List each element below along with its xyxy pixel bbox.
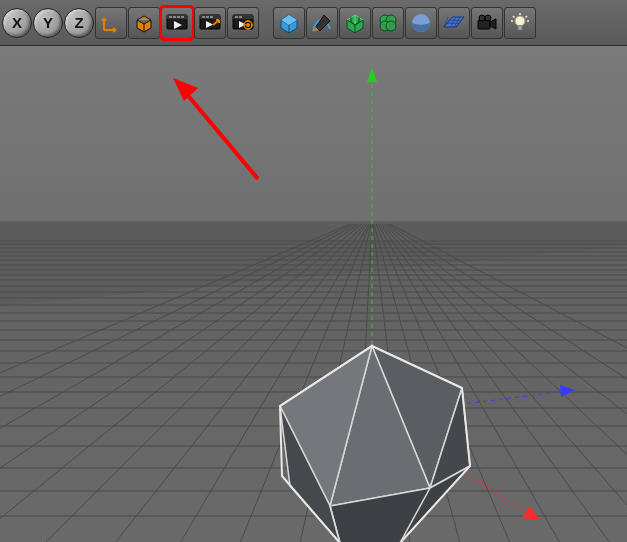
axis-x-button[interactable]: X (2, 8, 32, 38)
svg-rect-5 (181, 16, 184, 18)
light-icon (508, 11, 532, 35)
environment-button[interactable] (405, 7, 437, 39)
render-region-button[interactable] (194, 7, 226, 39)
deformer-icon (376, 11, 400, 35)
make-editable-button[interactable] (128, 7, 160, 39)
cube-icon (133, 12, 155, 34)
spline-button[interactable] (306, 7, 338, 39)
generator-icon (343, 11, 367, 35)
environment-sky-icon (409, 11, 433, 35)
svg-rect-13 (235, 16, 238, 18)
svg-point-23 (479, 15, 485, 21)
floor-button[interactable] (438, 7, 470, 39)
render-view-icon (165, 11, 189, 35)
camera-icon (475, 11, 499, 35)
svg-point-20 (386, 21, 396, 31)
svg-point-25 (515, 16, 525, 26)
render-picture-viewer-button[interactable] (227, 7, 259, 39)
generator-button[interactable] (339, 7, 371, 39)
svg-rect-8 (202, 16, 205, 18)
light-button[interactable] (504, 7, 536, 39)
axis-y-button[interactable]: Y (33, 8, 63, 38)
svg-point-24 (485, 15, 491, 21)
axis-arrow-icon (100, 12, 122, 34)
viewport-3d[interactable] (0, 46, 627, 542)
svg-rect-4 (177, 16, 180, 18)
render-region-icon (198, 11, 222, 35)
deformer-button[interactable] (372, 7, 404, 39)
spline-pen-icon (310, 11, 334, 35)
svg-point-16 (246, 23, 250, 27)
axis-z-button[interactable]: Z (64, 8, 94, 38)
svg-rect-14 (239, 16, 242, 18)
coordinate-system-button[interactable] (95, 7, 127, 39)
primitive-cube-icon (277, 11, 301, 35)
camera-button[interactable] (471, 7, 503, 39)
render-picture-viewer-icon (231, 11, 255, 35)
floor-icon (442, 11, 466, 35)
svg-rect-2 (169, 16, 172, 18)
main-toolbar: X Y Z (0, 0, 627, 46)
svg-rect-10 (210, 16, 213, 18)
render-view-button[interactable] (161, 7, 193, 39)
scene-render (0, 46, 627, 542)
svg-rect-9 (206, 16, 209, 18)
svg-rect-3 (173, 16, 176, 18)
primitive-button[interactable] (273, 7, 305, 39)
svg-rect-26 (518, 26, 522, 30)
